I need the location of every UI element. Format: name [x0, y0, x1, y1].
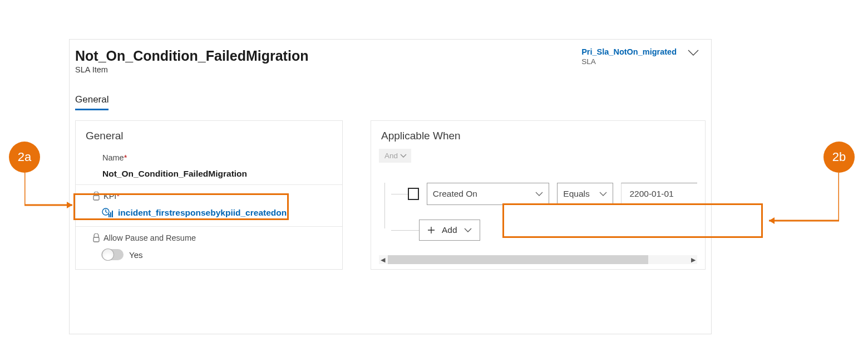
group-operator-label: And [384, 152, 398, 160]
field-allow-pause-label: Allow Pause and Resume [76, 227, 342, 246]
group-operator-chip[interactable]: And [379, 149, 411, 163]
condition-checkbox[interactable] [408, 188, 419, 200]
lock-icon [92, 192, 100, 201]
form-tabs: General [75, 94, 711, 110]
form-header: Not_On_Condition_FailedMigration SLA Ite… [70, 40, 711, 74]
page-title: Not_On_Condition_FailedMigration [75, 47, 308, 64]
toggle-thumb [102, 249, 114, 260]
toggle-track [101, 249, 124, 260]
header-expand-button[interactable] [688, 50, 699, 56]
svg-rect-5 [93, 237, 99, 242]
scroll-left-icon: ◀ [379, 256, 387, 264]
scrollbar-thumb [388, 255, 648, 264]
field-name-label: Name* [76, 149, 342, 163]
panel-applicable-title: Applicable When [371, 121, 705, 149]
chevron-down-icon [535, 192, 543, 197]
tab-general[interactable]: General [75, 94, 108, 110]
toggle-state-label: Yes [129, 250, 142, 260]
parent-sla-label: SLA [581, 57, 677, 66]
title-block: Not_On_Condition_FailedMigration SLA Ite… [75, 47, 308, 74]
svg-rect-0 [93, 196, 99, 200]
svg-rect-4 [112, 211, 113, 217]
panel-general-title: General [76, 121, 342, 149]
horizontal-scrollbar[interactable]: ◀ ▶ [379, 255, 697, 264]
scroll-right-icon: ▶ [689, 256, 697, 264]
parent-sla-block: Pri_Sla_NotOn_migrated SLA [581, 47, 677, 66]
plus-icon [427, 226, 435, 234]
chevron-down-icon [464, 228, 472, 233]
field-kpi-label: KPI* [76, 185, 342, 204]
field-name-value[interactable]: Not_On_Condition_FailedMigration [76, 163, 342, 184]
panel-applicable-when: Applicable When And Created On [371, 120, 706, 270]
chevron-down-icon [599, 192, 607, 197]
callout-2a-badge: 2a [9, 142, 40, 173]
chevron-down-icon [688, 50, 699, 56]
entity-label: SLA Item [75, 65, 308, 74]
svg-rect-2 [108, 214, 110, 217]
parent-sla-link[interactable]: Pri_Sla_NotOn_migrated [581, 47, 677, 56]
svg-rect-3 [110, 212, 111, 217]
callout-2b-badge: 2b [823, 142, 855, 173]
condition-value-input[interactable]: 2200-01-01 [621, 183, 697, 205]
panel-general: General Name* Not_On_Condition_FailedMig… [75, 120, 343, 270]
allow-pause-toggle[interactable]: Yes [101, 249, 342, 260]
add-condition-button[interactable]: Add [419, 220, 480, 241]
condition-operator-select[interactable]: Equals [557, 183, 613, 205]
chevron-down-icon [400, 154, 407, 158]
callout-2b-arrow [762, 173, 839, 226]
kpi-icon [101, 207, 114, 218]
lock-icon [92, 233, 100, 242]
callout-2a-arrow [24, 173, 80, 213]
record-form: Not_On_Condition_FailedMigration SLA Ite… [69, 39, 712, 334]
condition-field-select[interactable]: Created On [427, 183, 550, 205]
field-kpi-value[interactable]: incident_firstresponsebykpiid_createdon [76, 204, 342, 226]
tree-connector [384, 183, 385, 228]
